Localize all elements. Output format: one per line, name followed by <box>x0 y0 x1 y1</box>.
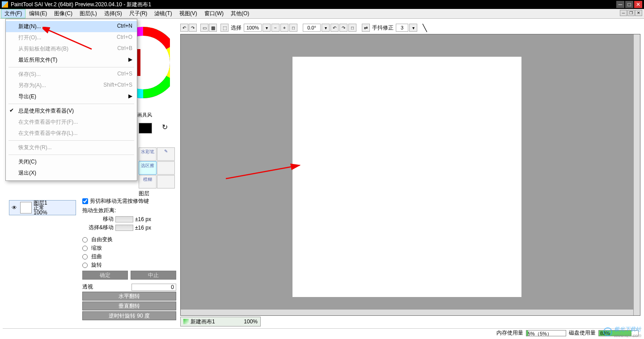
doc-restore-button[interactable]: ❐ <box>627 10 635 16</box>
rotate-ccw-icon[interactable]: ↶ <box>330 24 339 32</box>
tb-redo-icon[interactable]: ↷ <box>189 24 197 32</box>
tool-brush[interactable]: 水彩笔 <box>139 147 157 161</box>
tool-pen-icon[interactable]: ✎ <box>157 147 175 161</box>
menu-revert[interactable]: 恢复文件(R)... <box>6 142 137 153</box>
minimize-button[interactable]: ─ <box>616 1 624 8</box>
tb-undo-icon[interactable]: ↶ <box>180 24 188 32</box>
document-tab-zoom: 100% <box>244 318 258 325</box>
line-tool-icon[interactable]: ╲ <box>423 24 427 32</box>
menu-ruler[interactable]: 尺子(R) <box>126 9 151 18</box>
stabilizer-input[interactable] <box>396 24 408 32</box>
move-label: 移动 <box>82 215 114 223</box>
doc-close-button[interactable]: ✕ <box>635 10 642 16</box>
menu-open-in-viewer[interactable]: 在文件查看器中打开(F)... <box>6 117 137 128</box>
move-slider[interactable] <box>115 216 133 222</box>
menu-save-in-viewer[interactable]: 在文件查看器中保存(L)... <box>6 128 137 139</box>
menu-close[interactable]: 关闭(C) <box>6 156 137 167</box>
menu-separator <box>8 140 134 141</box>
perspective-input[interactable] <box>131 284 176 291</box>
tb-invert-icon[interactable]: ▩ <box>209 24 217 32</box>
modifier-checkbox[interactable] <box>82 198 88 204</box>
doc-minimize-button[interactable]: ─ <box>620 10 627 16</box>
zoom-fit-icon[interactable]: □ <box>289 24 297 32</box>
submenu-arrow-icon: ▶ <box>128 56 132 63</box>
watermark-text: 极光下载站 <box>614 326 641 333</box>
watermark-url: www.xz7.com <box>614 333 641 338</box>
cancel-button[interactable]: 中止 <box>131 271 176 280</box>
menu-image[interactable]: 图像(C) <box>51 9 76 18</box>
document-tab-name: 新建画布1 <box>191 318 215 326</box>
zoom-dropdown-icon[interactable]: ▾ <box>263 24 271 32</box>
tool-grid: 水彩笔 ✎ 选区擦 模糊 <box>139 147 175 188</box>
rotate-90-button[interactable]: 逆时针旋转 90 度 <box>82 311 176 320</box>
menu-recent[interactable]: 最近所用文件(T) ▶ <box>6 54 137 66</box>
angle-dropdown-icon[interactable]: ▾ <box>322 24 330 32</box>
menu-file[interactable]: 文件(F) <box>1 9 25 18</box>
menu-edit[interactable]: 编辑(E) <box>25 9 51 18</box>
ok-button[interactable]: 确定 <box>82 271 128 280</box>
rotate-reset-icon[interactable]: □ <box>348 24 356 32</box>
radio-free[interactable]: 自由变换 <box>82 236 176 243</box>
color-wheel[interactable] <box>134 27 170 103</box>
tool-empty[interactable] <box>157 161 175 175</box>
flip-h-button[interactable]: 水平翻转 <box>82 292 176 301</box>
tool-select-erase[interactable]: 选区擦 <box>139 161 157 175</box>
foreground-swatch[interactable] <box>139 123 152 134</box>
radio-distort[interactable]: 扭曲 <box>82 253 176 260</box>
menu-window[interactable]: 窗口(W) <box>201 9 227 18</box>
menu-layer[interactable]: 图层(L) <box>76 9 101 18</box>
menu-save-as[interactable]: 另存为(A)... Shift+Ctrl+S <box>6 80 137 91</box>
menu-filter[interactable]: 滤镜(T) <box>151 9 175 18</box>
stabilizer-dropdown-icon[interactable]: ▾ <box>409 24 417 32</box>
selmove-slider[interactable] <box>115 225 133 231</box>
angle-input[interactable] <box>303 24 321 32</box>
annotation-arrow-1 <box>42 27 96 54</box>
menu-exit[interactable]: 退出(X) <box>6 167 137 179</box>
window-title: PaintTool SAI Ver.2 (64bit) Preview.2020… <box>11 1 616 8</box>
menu-use-viewer[interactable]: ✔ 总是使用文件查看器(V) <box>6 105 137 117</box>
svg-line-11 <box>226 165 300 179</box>
annotation-arrow-2 <box>224 161 304 183</box>
radio-scale[interactable]: 缩放 <box>82 244 176 252</box>
tb-select-icon[interactable]: ⬚ <box>220 24 229 32</box>
menu-bar: 文件(F) 编辑(E) 图像(C) 图层(L) 选择(S) 尺子(R) 滤镜(T… <box>0 9 644 19</box>
horizontal-scrollbar[interactable] <box>181 309 634 315</box>
flip-v-button[interactable]: 垂直翻转 <box>82 301 176 310</box>
menu-export[interactable]: 导出(E) ▶ <box>6 91 137 102</box>
menu-save[interactable]: 保存(S)... Ctrl+S <box>6 69 137 80</box>
zoom-input[interactable] <box>244 24 262 32</box>
layer-visibility-icon[interactable]: 👁 <box>10 205 18 211</box>
check-icon: ✔ <box>9 107 14 113</box>
zoom-in-icon[interactable]: + <box>280 24 288 32</box>
maximize-button[interactable]: □ <box>625 1 633 8</box>
tb-deselect-icon[interactable]: ▭ <box>200 24 208 32</box>
swap-colors-icon[interactable]: ↻ <box>162 123 168 131</box>
menu-other[interactable]: 其他(O) <box>227 9 253 18</box>
canvas[interactable] <box>292 57 521 297</box>
submenu-arrow-icon: ▶ <box>128 93 132 99</box>
document-tabs: 新建画布1 100% <box>180 317 261 326</box>
flip-icon[interactable]: ⇄ <box>362 24 370 32</box>
mem-meter: 5%（5%） <box>526 330 566 336</box>
menu-select[interactable]: 选择(S) <box>101 9 126 18</box>
modifier-checkbox-label: 剪切和移动无需按修饰键 <box>90 197 149 205</box>
layer-thumbnail <box>20 202 32 213</box>
rotate-cw-icon[interactable]: ↷ <box>339 24 347 32</box>
document-tab[interactable]: 新建画布1 100% <box>180 317 261 326</box>
perspective-label: 透视 <box>82 283 93 291</box>
tool-empty-2[interactable] <box>157 175 175 188</box>
drag-distance-label: 拖动生效距离: <box>82 207 176 214</box>
tool-blur[interactable]: 模糊 <box>139 175 157 188</box>
status-bar: 内存使用量 5%（5%） 磁盘使用量 83% <box>3 328 641 337</box>
menu-view[interactable]: 视图(V) <box>176 9 201 18</box>
menu-new-shortcut: Ctrl+N <box>117 23 132 30</box>
title-bar: PaintTool SAI Ver.2 (64bit) Preview.2020… <box>0 0 644 9</box>
close-button[interactable]: ✕ <box>634 1 642 8</box>
canvas-toolbar: ↶ ↷ ▭ ▩ ⬚ 选择 ▾ − + □ ▾ ↶ ↷ □ ⇄ 手抖修正 ▾ ╲ <box>180 22 641 33</box>
transform-options-panel: 剪切和移动无需按修饰键 拖动生效距离: 移动±16 px 选择&移动±16 px… <box>82 197 176 321</box>
radio-rotate[interactable]: 旋转 <box>82 261 176 269</box>
layer-item[interactable]: 👁 图层1 正常 100% <box>9 200 76 215</box>
stabilizer-label: 手抖修正 <box>372 24 394 32</box>
window-controls: ─ □ ✕ <box>616 1 642 8</box>
zoom-out-icon[interactable]: − <box>271 24 280 32</box>
